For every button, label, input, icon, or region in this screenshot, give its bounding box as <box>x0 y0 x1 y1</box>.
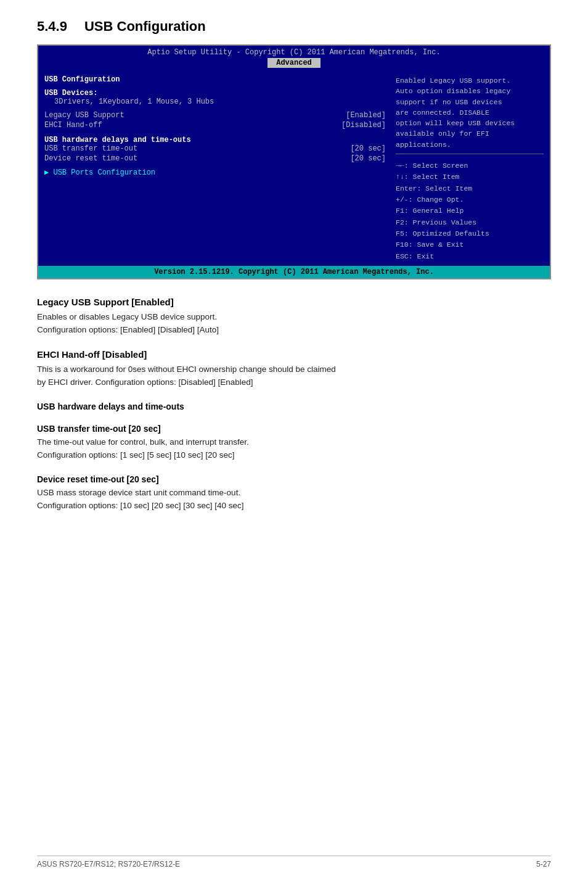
doc-ehci: EHCI Hand-off [Disabled] This is a worka… <box>37 349 551 389</box>
section-number: 5.4.9 <box>37 19 67 35</box>
bios-title-text: Aptio Setup Utility - Copyright (C) 2011… <box>147 48 440 57</box>
doc-legacy-usb-title: Legacy USB Support [Enabled] <box>37 297 551 307</box>
bios-transfer-label: USB transfer time-out <box>44 144 350 153</box>
bios-main-title: USB Configuration <box>44 75 386 84</box>
doc-legacy-usb-body: Enables or disables Legacy USB device su… <box>37 311 551 337</box>
bios-screen: Aptio Setup Utility - Copyright (C) 2011… <box>37 44 551 279</box>
footer-right: 5-27 <box>536 860 551 868</box>
bios-ehci-label: EHCI Hand-off <box>44 121 341 130</box>
bios-legacy-usb-label: Legacy USB Support <box>44 111 346 120</box>
bios-legacy-usb-row: Legacy USB Support [Enabled] <box>44 111 386 120</box>
bios-left-panel: USB Configuration USB Devices: 3Drivers,… <box>44 75 396 262</box>
bios-device-reset-value[interactable]: [20 sec] <box>350 154 386 163</box>
bios-footer: Version 2.15.1219. Copyright (C) 2011 Am… <box>38 266 550 278</box>
doc-transfer-timeout: USB transfer time-out [20 sec] The time-… <box>37 424 551 462</box>
doc-transfer-timeout-body: The time-out value for control, bulk, an… <box>37 436 551 462</box>
doc-content: Legacy USB Support [Enabled] Enables or … <box>37 297 551 512</box>
bios-delays-title: USB hardware delays and time-outs <box>44 136 386 144</box>
page-footer: ASUS RS720-E7/RS12; RS720-E7/RS12-E 5-27 <box>37 856 551 868</box>
page-title: USB Configuration <box>84 19 206 35</box>
footer-left: ASUS RS720-E7/RS12; RS720-E7/RS12-E <box>37 860 180 868</box>
doc-usb-delays-title: USB hardware delays and time-outs <box>37 402 551 411</box>
bios-usb-ports-submenu[interactable]: ▶ USB Ports Configuration <box>44 168 386 177</box>
bios-ehci-row: EHCI Hand-off [Disabled] <box>44 121 386 130</box>
doc-transfer-timeout-title: USB transfer time-out [20 sec] <box>37 424 551 434</box>
doc-usb-delays: USB hardware delays and time-outs <box>37 402 551 411</box>
bios-body: USB Configuration USB Devices: 3Drivers,… <box>38 70 550 266</box>
bios-device-reset-label: Device reset time-out <box>44 154 350 163</box>
bios-footer-text: Version 2.15.1219. Copyright (C) 2011 Am… <box>154 268 434 276</box>
bios-legacy-usb-value[interactable]: [Enabled] <box>346 111 386 120</box>
bios-transfer-value[interactable]: [20 sec] <box>350 144 386 153</box>
bios-right-panel: Enabled Legacy USB support. Auto option … <box>396 75 544 262</box>
doc-ehci-body: This is a workaround for 0ses without EH… <box>37 363 551 389</box>
bios-ehci-value[interactable]: [Disabled] <box>341 121 386 130</box>
bios-active-tab[interactable]: Advanced <box>267 58 321 68</box>
bios-usb-devices-label: USB Devices: <box>44 89 97 97</box>
doc-device-reset-title: Device reset time-out [20 sec] <box>37 474 551 484</box>
doc-device-reset: Device reset time-out [20 sec] USB mass … <box>37 474 551 513</box>
doc-device-reset-body: USB mass storage device start unit comma… <box>37 487 551 513</box>
bios-usb-devices-value: 3Drivers, 1Keyboard, 1 Mouse, 3 Hubs <box>54 97 386 106</box>
doc-legacy-usb: Legacy USB Support [Enabled] Enables or … <box>37 297 551 337</box>
bios-transfer-row: USB transfer time-out [20 sec] <box>44 144 386 153</box>
bios-help-text: Enabled Legacy USB support. Auto option … <box>396 75 544 150</box>
bios-nav-help: →←: Select Screen ↑↓: Select Item Enter:… <box>396 160 544 263</box>
doc-ehci-title: EHCI Hand-off [Disabled] <box>37 349 551 360</box>
bios-device-reset-row: Device reset time-out [20 sec] <box>44 154 386 163</box>
bios-tab-bar: Advanced <box>38 58 550 70</box>
bios-title-bar: Aptio Setup Utility - Copyright (C) 2011… <box>38 46 550 58</box>
